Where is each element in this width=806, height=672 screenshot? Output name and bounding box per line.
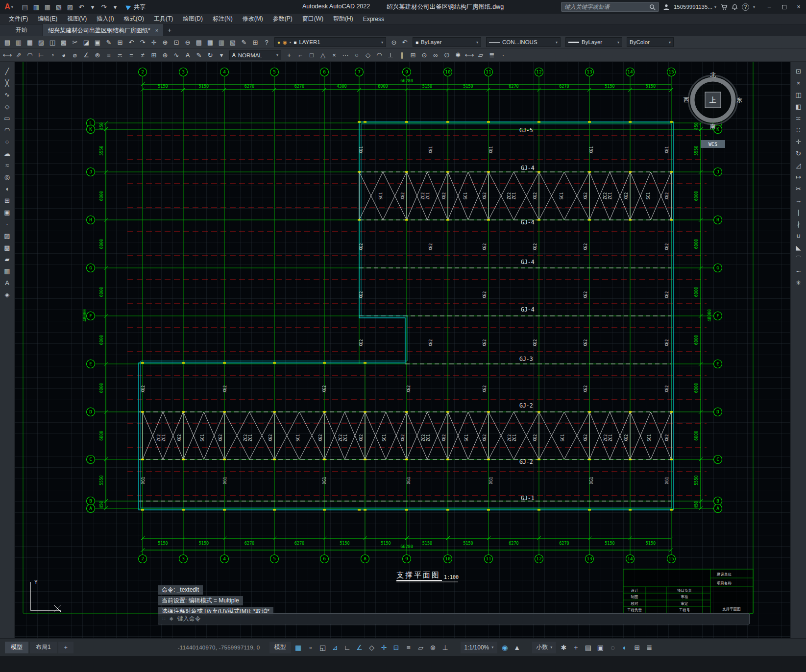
trim-tool[interactable]: ✂ (793, 183, 805, 194)
snap-quadrant-button[interactable]: ◇ (363, 50, 373, 61)
revision-cloud-tool[interactable]: ☁ (1, 148, 13, 159)
save-button[interactable]: ▦ (42, 1, 53, 12)
object-snap-icon[interactable]: ⊡ (391, 642, 402, 653)
command-prompt[interactable]: 键入命令 (177, 615, 201, 623)
snap-tangent-button[interactable]: ◠ (374, 50, 385, 61)
dim-ordinate-button[interactable]: ⊢ (36, 50, 47, 61)
area-button[interactable]: ▱ (475, 50, 486, 61)
mtext-tool[interactable]: A (1, 277, 13, 288)
color-combo[interactable]: ■ ByLayer ▾ (413, 37, 481, 47)
menu-item[interactable]: 窗口(W) (297, 14, 328, 24)
dynamic-ucs-icon[interactable]: ⊥ (440, 642, 451, 653)
search-icon[interactable] (649, 4, 656, 10)
tool-palettes-button[interactable]: ▥ (216, 37, 227, 48)
group-tool[interactable]: ◈ (1, 289, 13, 300)
undo-button[interactable]: ↶ (76, 1, 87, 12)
dim-space-button[interactable]: = (126, 50, 137, 61)
explode-tool[interactable]: ✳ (793, 277, 805, 288)
snap-endpoint-button[interactable]: □ (306, 50, 317, 61)
menu-item[interactable]: 工具(T) (149, 14, 178, 24)
menu-item[interactable]: 格式(O) (119, 14, 149, 24)
make-layer-current-button[interactable]: ⊙ (389, 37, 399, 48)
plot-preview-button[interactable]: ◫ (47, 37, 58, 48)
polar-tracking-icon[interactable]: ∠ (354, 642, 366, 653)
menu-item[interactable]: 文件(F) (4, 14, 33, 24)
tolerance-button[interactable]: ⊞ (148, 50, 159, 61)
quickcalc-button[interactable]: ⊞ (250, 37, 261, 48)
dim-continue-button[interactable]: ≍ (115, 50, 125, 61)
fillet-tool[interactable]: ⌒ (793, 254, 805, 264)
quick-properties-icon[interactable]: ▤ (582, 642, 594, 653)
linetype-combo[interactable]: CON...INOUS ▾ (486, 37, 561, 47)
blend-tool[interactable]: ∽ (793, 265, 805, 276)
drawing-canvas[interactable]: 5150515062706270430060005150515062706270… (15, 62, 790, 638)
workspace-icon[interactable]: ✱ (558, 642, 569, 653)
grid-icon[interactable]: ▦ (293, 642, 304, 653)
qnew-button[interactable]: ▤ (20, 1, 30, 12)
properties-button[interactable]: ▤ (194, 37, 204, 48)
selection-cycling-icon[interactable]: ⊚ (427, 642, 439, 653)
copy-button[interactable]: ◪ (81, 37, 92, 48)
lock-ui-icon[interactable]: ▣ (594, 642, 606, 653)
break-tool[interactable]: ∤ (793, 218, 805, 229)
join-tool[interactable]: ∪ (793, 230, 805, 241)
object-snap-tracking-icon[interactable]: ✛ (378, 642, 390, 653)
markup-button[interactable]: ✎ (239, 37, 249, 48)
snap-intersection-button[interactable]: × (329, 50, 340, 61)
sheet-set-button[interactable]: ▧ (227, 37, 238, 48)
snap-node-button[interactable]: ⊙ (419, 50, 430, 61)
designcenter-button[interactable]: ▦ (205, 37, 216, 48)
qnew-button[interactable]: ▤ (2, 37, 13, 48)
command-grip-icon[interactable]: ∷ (162, 616, 165, 622)
block-editor-button[interactable]: ⊞ (115, 37, 125, 48)
model-tab[interactable]: 模型 (5, 642, 28, 653)
pan-button[interactable]: ✛ (148, 37, 159, 48)
snap-from-button[interactable]: ⌐ (295, 50, 306, 61)
help-button[interactable]: ? (261, 37, 272, 48)
redo-button[interactable]: ↷ (137, 37, 148, 48)
rotate-tool[interactable]: ↻ (793, 148, 805, 159)
minimize-button[interactable]: – (762, 0, 777, 14)
isometric-drafting-icon[interactable]: ◇ (366, 642, 378, 653)
open-button[interactable]: ▥ (31, 1, 42, 12)
save-as-button[interactable]: ▧ (53, 1, 64, 12)
id-point-button[interactable]: ∙ (498, 50, 509, 61)
share-button[interactable]: 共享 (126, 3, 146, 11)
table-tool[interactable]: ▦ (1, 265, 13, 276)
infer-constraints-icon[interactable]: ◱ (317, 642, 329, 653)
graphics-performance-icon[interactable]: ◐ (619, 642, 631, 653)
annotation-monitor-icon[interactable]: + (570, 642, 582, 653)
line-tool[interactable]: ╱ (1, 66, 13, 76)
extend-tool[interactable]: → (793, 195, 805, 206)
help-button[interactable]: ? (742, 3, 749, 11)
dim-radius-button[interactable]: ◔ (47, 50, 58, 61)
arc-tool[interactable]: ◠ (1, 124, 13, 135)
spline-tool[interactable]: ≈ (1, 160, 13, 170)
notification-bell-icon[interactable] (732, 3, 738, 10)
polyline-tool[interactable]: ∿ (1, 89, 13, 100)
clean-screen-icon[interactable]: ⊞ (631, 642, 643, 653)
offset-tool[interactable]: ≍ (793, 113, 805, 123)
redo-button[interactable]: ↷ (98, 1, 109, 12)
dim-text-edit-button[interactable]: A (182, 50, 193, 61)
ellipse-tool[interactable]: ◎ (1, 171, 13, 182)
dim-diameter-button[interactable]: ⌀ (70, 50, 80, 61)
snap-center-button[interactable]: ○ (351, 50, 362, 61)
snap-none-button[interactable]: ∅ (441, 50, 452, 61)
lineweight-combo[interactable]: ByLayer ▾ (565, 37, 622, 47)
dim-update-button[interactable]: ↻ (205, 50, 216, 61)
menu-item[interactable]: 帮助(H) (328, 14, 358, 24)
new-tab-button[interactable]: + (163, 24, 176, 36)
stretch-tool[interactable]: ↦ (793, 171, 805, 182)
chamfer-tool[interactable]: ◣ (793, 242, 805, 253)
dim-style-combo[interactable]: A NORMAL ▾ (229, 50, 281, 60)
dim-edit-button[interactable]: ✎ (194, 50, 204, 61)
customization-icon[interactable]: ≣ (643, 642, 655, 653)
zoom-previous-button[interactable]: ⊖ (182, 37, 193, 48)
close-button[interactable]: × (791, 0, 806, 14)
copy-tool[interactable]: ◫ (793, 89, 805, 100)
dim-style-button[interactable]: ▾ (216, 50, 227, 61)
tab-drawing[interactable]: 绍兴某建材公司出釜区钢结构厂房图纸* × (43, 24, 163, 36)
circle-tool[interactable]: ○ (1, 136, 13, 147)
insert-block-tool[interactable]: ⊞ (1, 195, 13, 206)
